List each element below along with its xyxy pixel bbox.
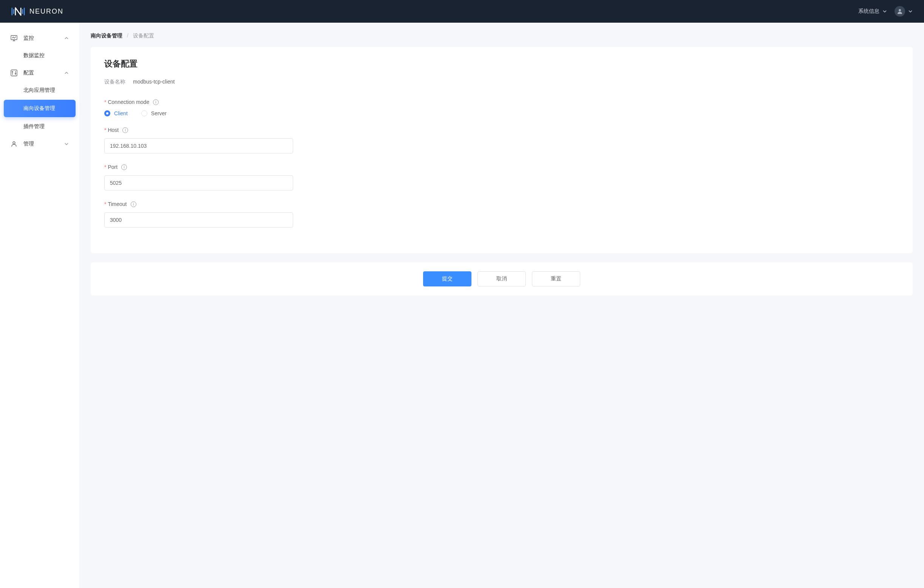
system-info-label: 系统信息 — [858, 8, 879, 15]
info-icon[interactable]: i — [131, 202, 136, 207]
port-input[interactable] — [104, 175, 293, 190]
chevron-down-icon — [908, 9, 912, 13]
form-group-connection-mode: *Connection mode i Client Server — [104, 99, 899, 116]
brand-name: NEURON — [30, 8, 63, 15]
device-name-row: 设备名称 modbus-tcp-client — [104, 79, 899, 86]
chevron-up-icon — [64, 36, 69, 40]
device-name-value: modbus-tcp-client — [133, 79, 175, 86]
form-group-timeout: *Timeout i — [104, 201, 899, 228]
sidebar-group-label: 配置 — [23, 69, 34, 76]
timeout-label: *Timeout — [104, 201, 127, 207]
sidebar: 监控 数据监控 配置 北向应用管理 南向设备管理 插件管理 — [0, 23, 79, 588]
main-content: 南向设备管理 / 设备配置 设备配置 设备名称 modbus-tcp-clien… — [79, 23, 924, 588]
info-icon[interactable]: i — [153, 99, 158, 105]
header-right: 系统信息 — [858, 6, 912, 17]
sidebar-item-south-device[interactable]: 南向设备管理 — [4, 100, 76, 117]
chevron-down-icon — [64, 142, 69, 146]
form-group-port: *Port i — [104, 164, 899, 190]
radio-server[interactable]: Server — [141, 110, 167, 116]
radio-circle-icon — [141, 110, 147, 116]
sidebar-group-admin[interactable]: 管理 — [4, 136, 76, 152]
host-input[interactable] — [104, 138, 293, 154]
logo-area: NEURON — [12, 6, 63, 17]
user-menu[interactable] — [894, 6, 912, 17]
page-title: 设备配置 — [104, 58, 899, 69]
sidebar-item-data-monitor[interactable]: 数据监控 — [4, 47, 76, 64]
form-group-host: *Host i — [104, 127, 899, 154]
logo-icon — [12, 6, 25, 17]
radio-circle-icon — [104, 110, 110, 116]
sidebar-item-plugin[interactable]: 插件管理 — [4, 118, 76, 135]
breadcrumb-current: 设备配置 — [133, 33, 154, 38]
sidebar-item-north-app[interactable]: 北向应用管理 — [4, 82, 76, 99]
cancel-button[interactable]: 取消 — [477, 271, 526, 286]
connection-mode-label: *Connection mode — [104, 99, 149, 105]
system-info-menu[interactable]: 系统信息 — [858, 8, 887, 15]
config-card: 设备配置 设备名称 modbus-tcp-client *Connection … — [91, 47, 912, 253]
monitor-icon — [11, 35, 17, 41]
app-header: NEURON 系统信息 — [0, 0, 924, 23]
sidebar-item-label: 插件管理 — [23, 123, 45, 129]
svg-point-0 — [899, 9, 901, 12]
sidebar-group-label: 管理 — [23, 140, 34, 147]
action-bar: 提交 取消 重置 — [91, 262, 912, 296]
breadcrumb-separator: / — [127, 33, 129, 38]
sidebar-group-monitor[interactable]: 监控 — [4, 30, 76, 46]
submit-button[interactable]: 提交 — [423, 271, 472, 286]
chevron-down-icon — [883, 9, 887, 13]
svg-point-3 — [13, 142, 15, 144]
sidebar-item-label: 北向应用管理 — [23, 87, 55, 93]
radio-client[interactable]: Client — [104, 110, 128, 116]
sidebar-item-label: 数据监控 — [23, 52, 45, 58]
sidebar-group-label: 监控 — [23, 35, 34, 41]
svg-rect-2 — [11, 70, 17, 76]
user-icon — [11, 140, 17, 147]
timeout-input[interactable] — [104, 212, 293, 228]
breadcrumb: 南向设备管理 / 设备配置 — [91, 33, 912, 39]
breadcrumb-root[interactable]: 南向设备管理 — [91, 33, 122, 38]
sidebar-group-config[interactable]: 配置 — [4, 65, 76, 81]
info-icon[interactable]: i — [122, 127, 128, 133]
radio-client-label: Client — [114, 110, 128, 116]
info-icon[interactable]: i — [121, 164, 127, 170]
sidebar-item-label: 南向设备管理 — [23, 105, 55, 111]
sliders-icon — [11, 69, 17, 76]
avatar — [894, 6, 905, 17]
chevron-up-icon — [64, 71, 69, 75]
user-icon — [897, 8, 903, 14]
reset-button[interactable]: 重置 — [532, 271, 580, 286]
device-name-label: 设备名称 — [104, 79, 125, 86]
radio-server-label: Server — [151, 110, 167, 116]
port-label: *Port — [104, 164, 117, 170]
host-label: *Host — [104, 127, 119, 133]
